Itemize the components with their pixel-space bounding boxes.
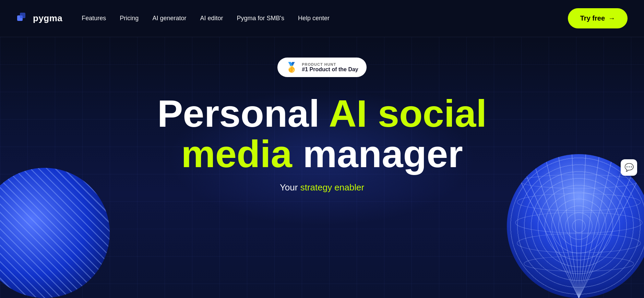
- nav-links: Features Pricing AI generator AI editor …: [82, 15, 330, 22]
- hero-headline: Personal AI social media manager: [157, 94, 487, 174]
- svg-point-17: [517, 234, 641, 253]
- nav-link-ai-generator[interactable]: AI generator: [152, 15, 186, 22]
- navbar: pygma Features Pricing AI generator AI e…: [0, 0, 644, 37]
- svg-line-11: [579, 154, 627, 298]
- try-free-label: Try free: [580, 14, 605, 22]
- headline-manager: manager: [292, 133, 463, 175]
- sphere-right-inner: [507, 154, 644, 298]
- headline-line2: media manager: [157, 134, 487, 174]
- nav-link-features[interactable]: Features: [82, 15, 106, 22]
- nav-link-smb[interactable]: Pygma for SMB's: [237, 15, 284, 22]
- logo-icon: [16, 12, 29, 25]
- logo-text: pygma: [33, 13, 62, 24]
- svg-line-6: [558, 154, 579, 298]
- subtitle-part1: Your: [280, 182, 300, 193]
- badge-label-bottom: #1 Product of the Day: [302, 66, 358, 73]
- badge-label-top: PRODUCT HUNT: [302, 62, 358, 66]
- svg-line-2: [507, 154, 579, 298]
- try-free-button[interactable]: Try free →: [568, 8, 628, 28]
- hero-section: 🥇 PRODUCT HUNT #1 Product of the Day Per…: [0, 37, 644, 298]
- nav-link-ai-editor[interactable]: AI editor: [200, 15, 223, 22]
- svg-point-15: [517, 194, 641, 211]
- headline-line1: Personal AI social: [157, 94, 487, 134]
- svg-point-18: [524, 256, 634, 271]
- badge-text: PRODUCT HUNT #1 Product of the Day: [302, 62, 358, 73]
- decorative-sphere-left: [0, 168, 110, 298]
- badge-medal: 🥇: [286, 62, 298, 73]
- sphere-lines-svg: [507, 154, 644, 298]
- decorative-sphere-right: [507, 154, 644, 298]
- headline-personal: Personal: [157, 92, 329, 135]
- headline-media: media: [181, 133, 292, 175]
- svg-rect-1: [20, 13, 25, 18]
- nav-link-help[interactable]: Help center: [298, 15, 330, 22]
- svg-line-7: [572, 154, 579, 298]
- hero-subtitle: Your strategy enabler: [280, 182, 364, 193]
- subtitle-highlight: strategy enabler: [300, 182, 364, 193]
- chat-widget[interactable]: 💬: [621, 159, 637, 176]
- chat-icon: 💬: [624, 163, 634, 172]
- product-hunt-badge[interactable]: 🥇 PRODUCT HUNT #1 Product of the Day: [277, 58, 366, 77]
- svg-point-14: [521, 175, 637, 188]
- svg-line-9: [579, 154, 599, 298]
- nav-link-pricing[interactable]: Pricing: [120, 15, 139, 22]
- navbar-left: pygma Features Pricing AI generator AI e…: [16, 12, 330, 25]
- svg-point-16: [515, 212, 642, 233]
- svg-line-4: [531, 154, 579, 298]
- arrow-icon: →: [608, 14, 615, 22]
- logo[interactable]: pygma: [16, 12, 62, 25]
- headline-ai: AI social: [329, 92, 487, 135]
- svg-line-8: [579, 154, 586, 298]
